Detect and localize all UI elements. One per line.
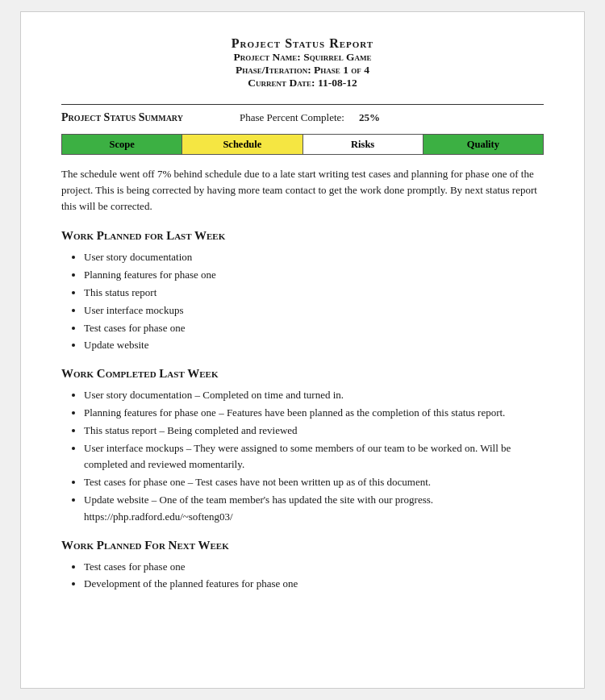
header-divider	[61, 104, 544, 105]
status-bar: Scope Schedule Risks Quality	[61, 134, 544, 155]
list-item: User interface mockups – They were assig…	[84, 440, 544, 474]
date-line: Current Date: 11-08-12	[61, 77, 544, 90]
report-title: Project Status Report	[61, 36, 544, 51]
list-item: Test cases for phase one – Test cases ha…	[84, 474, 544, 491]
phase-complete-value: 25%	[359, 111, 380, 124]
list-item: Update website – One of the team member'…	[84, 492, 544, 526]
schedule-label: Schedule	[223, 139, 261, 151]
list-item: This status report – Being completed and…	[84, 423, 544, 440]
list-item: Test cases for phase one	[84, 320, 544, 337]
list-item: Update website	[84, 337, 544, 354]
list-item: User story documentation	[84, 249, 544, 266]
scope-cell: Scope	[62, 135, 182, 154]
work-completed-last-week-title: Work Completed Last Week	[61, 367, 544, 381]
status-summary-row: Project Status Summary Phase Percent Com…	[61, 111, 544, 124]
scope-label: Scope	[110, 139, 135, 151]
schedule-cell: Schedule	[182, 135, 302, 154]
quality-cell: Quality	[424, 135, 543, 154]
work-planned-last-week-list: User story documentation Planning featur…	[84, 249, 544, 354]
list-item: Test cases for phase one	[84, 559, 544, 576]
report-header: Project Status Report Project Name: Squi…	[61, 36, 544, 90]
risks-label: Risks	[351, 139, 374, 151]
list-item: User story documentation – Completed on …	[84, 387, 544, 404]
page: Project Status Report Project Name: Squi…	[20, 11, 585, 689]
list-item: User interface mockups	[84, 302, 544, 319]
phase-complete-label: Phase Percent Complete:	[240, 111, 344, 124]
project-name-line: Project Name: Squirrel Game	[61, 51, 544, 64]
status-summary-label: Project Status Summary	[61, 111, 183, 124]
phase-line: Phase/Iteration: Phase 1 of 4	[61, 64, 544, 77]
list-item: Planning features for phase one – Featur…	[84, 405, 544, 422]
work-completed-last-week-list: User story documentation – Completed on …	[84, 387, 544, 525]
list-item: Development of the planned features for …	[84, 576, 544, 593]
quality-label: Quality	[467, 139, 499, 151]
work-planned-last-week-title: Work Planned for Last Week	[61, 229, 544, 243]
work-planned-next-week-list: Test cases for phase one Development of …	[84, 559, 544, 594]
risks-cell: Risks	[303, 135, 424, 154]
list-item: Planning features for phase one	[84, 267, 544, 284]
work-planned-next-week-title: Work Planned For Next Week	[61, 539, 544, 552]
schedule-description: The schedule went off 7% behind schedule…	[61, 166, 544, 215]
list-item: This status report	[84, 285, 544, 302]
